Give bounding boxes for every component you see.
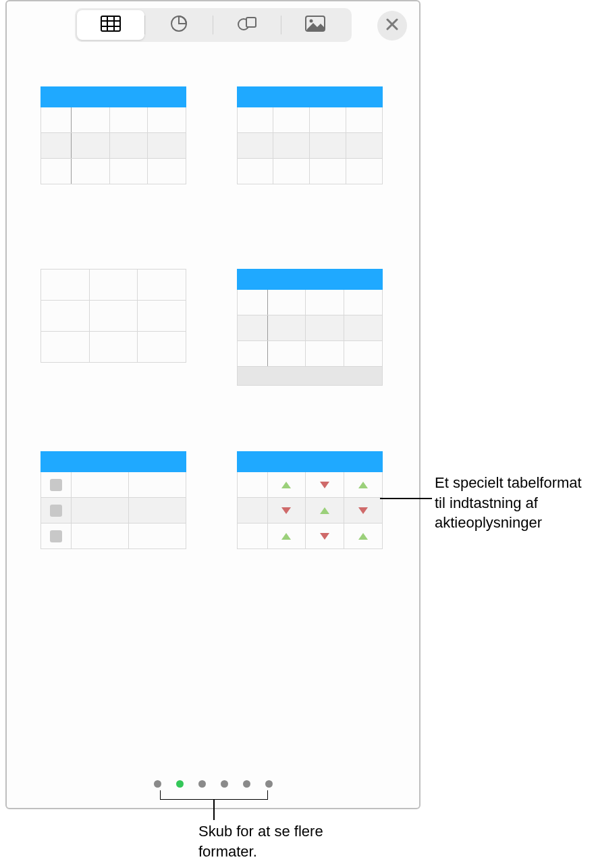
callout-text: Skub for at se flere formater. [198,823,323,860]
callout-swipe: Skub for at se flere formater. [198,821,374,861]
insert-panel [5,0,421,809]
table-style-stock[interactable] [237,451,383,559]
tab-media[interactable] [281,10,349,40]
callout-bracket [160,790,268,800]
tab-charts[interactable] [145,10,213,40]
table-style-checklist[interactable] [40,451,186,559]
arrow-up-icon [281,482,291,488]
image-icon [305,16,325,34]
callout-stock-table: Et specielt tabelformat til indtastning … [435,473,593,533]
arrow-up-icon [358,482,368,488]
arrow-down-icon [358,507,368,514]
table-style-header-footer[interactable] [237,269,383,377]
tab-shapes[interactable] [213,10,281,40]
table-style-plain[interactable] [40,269,186,377]
table-styles-grid [7,46,419,586]
page-dot-active[interactable] [176,780,184,788]
toolbar [7,1,419,46]
table-style-header-firstcol[interactable] [40,86,186,195]
arrow-up-icon [281,533,291,540]
shapes-icon [237,15,257,35]
table-icon [101,16,121,34]
callout-text: Et specielt tabelformat til indtastning … [435,474,582,531]
checkbox-icon [50,505,62,517]
page-dot[interactable] [221,780,228,788]
arrow-up-icon [358,533,368,540]
arrow-down-icon [320,533,329,540]
page-indicator[interactable] [7,780,419,788]
checkbox-icon [50,479,62,491]
tab-tables[interactable] [77,10,144,40]
checkbox-icon [50,530,62,542]
svg-rect-0 [101,16,120,31]
page-dot[interactable] [243,780,250,788]
svg-rect-7 [246,18,256,27]
arrow-up-icon [320,507,329,514]
piechart-icon [170,15,188,35]
category-segmented-control [75,8,352,42]
table-style-header-basic[interactable] [237,86,383,195]
close-button[interactable] [377,11,407,41]
callout-leader-line [380,498,432,499]
close-icon [386,18,398,33]
arrow-down-icon [320,482,329,488]
page-dot[interactable] [265,780,273,788]
arrow-down-icon [281,507,291,514]
svg-point-9 [310,20,313,23]
page-dot[interactable] [198,780,206,788]
callout-leader-line [213,800,215,820]
page-dot[interactable] [154,780,161,788]
